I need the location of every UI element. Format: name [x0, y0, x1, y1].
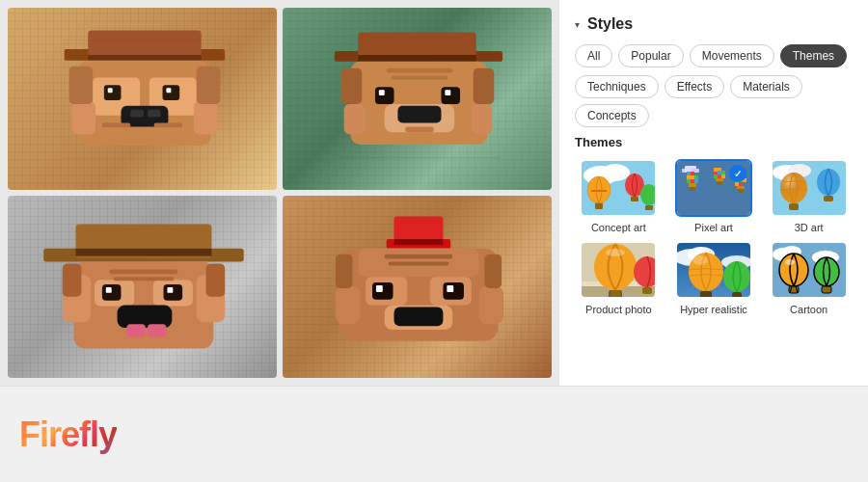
- svg-rect-108: [718, 171, 721, 174]
- svg-rect-69: [447, 285, 453, 292]
- theme-3d-art-label: 3D art: [795, 222, 824, 233]
- svg-rect-56: [206, 264, 226, 297]
- theme-product-photo-thumb: [580, 241, 657, 299]
- svg-point-129: [817, 169, 840, 196]
- image-grid: [0, 0, 559, 386]
- svg-rect-18: [197, 67, 220, 104]
- svg-rect-33: [344, 104, 366, 134]
- svg-rect-66: [372, 282, 393, 300]
- svg-rect-94: [687, 175, 691, 179]
- svg-rect-68: [376, 285, 383, 292]
- svg-rect-55: [63, 264, 82, 297]
- theme-concept-art-label: Concept art: [591, 222, 646, 233]
- filter-themes[interactable]: Themes: [780, 44, 847, 67]
- theme-hyper-realistic-thumb: [675, 241, 752, 299]
- svg-rect-34: [472, 104, 493, 134]
- svg-rect-26: [375, 87, 394, 104]
- svg-rect-54: [114, 277, 175, 281]
- svg-rect-74: [336, 254, 353, 288]
- svg-rect-48: [106, 287, 112, 293]
- filter-all[interactable]: All: [575, 44, 612, 67]
- theme-product-photo[interactable]: Product photo: [575, 241, 663, 315]
- svg-rect-15: [72, 101, 95, 134]
- svg-point-148: [723, 261, 750, 292]
- svg-rect-47: [164, 284, 183, 301]
- svg-rect-9: [166, 88, 171, 93]
- theme-3d-art[interactable]: 3D art: [765, 159, 853, 233]
- styles-panel: ▾ Styles All Popular Movements Themes Te…: [559, 0, 868, 386]
- svg-rect-24: [387, 68, 453, 73]
- svg-rect-103: [690, 187, 695, 191]
- svg-rect-112: [716, 178, 723, 181]
- svg-rect-106: [714, 168, 718, 172]
- bottom-bar: Firefly: [0, 386, 868, 482]
- svg-rect-107: [721, 171, 725, 174]
- svg-rect-149: [732, 292, 742, 299]
- svg-rect-27: [441, 87, 460, 104]
- svg-rect-13: [102, 122, 130, 127]
- filter-movements[interactable]: Movements: [690, 44, 774, 67]
- svg-rect-97: [694, 175, 698, 179]
- generated-image-2: [283, 8, 552, 190]
- filter-row-2: Techniques Effects Materials Concepts: [575, 75, 853, 127]
- svg-rect-122: [738, 189, 744, 193]
- firefly-logo: Firefly: [19, 415, 117, 455]
- svg-rect-36: [474, 68, 495, 104]
- selected-check-icon: ✓: [729, 165, 746, 182]
- svg-rect-100: [691, 179, 694, 183]
- svg-rect-11: [130, 110, 144, 118]
- svg-rect-147: [700, 291, 712, 299]
- svg-rect-73: [479, 286, 503, 324]
- svg-rect-119: [735, 182, 739, 186]
- theme-cartoon-thumb: [771, 241, 848, 299]
- theme-pixel-art-label: Pixel art: [694, 222, 733, 233]
- svg-rect-75: [484, 254, 502, 288]
- styles-header: ▾ Styles: [575, 15, 853, 33]
- theme-cartoon[interactable]: Cartoon: [765, 241, 853, 315]
- svg-rect-7: [163, 85, 180, 100]
- filter-concepts[interactable]: Concepts: [575, 104, 649, 127]
- svg-point-146: [692, 255, 708, 265]
- svg-rect-89: [645, 205, 653, 210]
- svg-rect-49: [167, 287, 173, 293]
- filter-popular[interactable]: Popular: [618, 44, 683, 67]
- svg-rect-87: [631, 197, 638, 201]
- generated-image-1: [8, 8, 277, 190]
- svg-rect-102: [689, 183, 696, 187]
- svg-rect-40: [75, 249, 211, 256]
- styles-chevron-icon: ▾: [575, 19, 580, 30]
- svg-rect-110: [718, 174, 721, 178]
- svg-rect-81: [591, 190, 607, 192]
- svg-rect-96: [687, 172, 691, 175]
- filter-effects[interactable]: Effects: [665, 75, 724, 98]
- svg-rect-32: [405, 126, 433, 132]
- svg-rect-113: [717, 181, 722, 185]
- filter-techniques[interactable]: Techniques: [575, 75, 659, 98]
- svg-rect-22: [358, 55, 475, 62]
- theme-concept-art[interactable]: Concept art: [575, 159, 663, 233]
- svg-rect-140: [642, 287, 652, 294]
- svg-rect-72: [336, 286, 360, 324]
- svg-rect-59: [394, 239, 444, 245]
- generated-image-3: [8, 196, 277, 378]
- theme-hyper-realistic[interactable]: Hyper realistic: [670, 241, 758, 315]
- svg-rect-109: [714, 174, 718, 178]
- svg-rect-31: [397, 106, 441, 123]
- svg-point-159: [814, 257, 839, 286]
- svg-rect-62: [385, 254, 452, 259]
- theme-product-photo-label: Product photo: [585, 304, 652, 315]
- svg-rect-120: [739, 182, 743, 186]
- svg-rect-95: [691, 172, 694, 175]
- svg-rect-25: [392, 76, 448, 80]
- theme-pixel-art[interactable]: ✓ Pixel art: [670, 159, 758, 233]
- svg-rect-28: [379, 90, 385, 95]
- svg-rect-12: [148, 110, 161, 118]
- svg-rect-71: [394, 308, 444, 327]
- generated-image-4: [283, 196, 552, 378]
- filter-row-1: All Popular Movements Themes: [575, 44, 853, 67]
- filter-materials[interactable]: Materials: [730, 75, 802, 98]
- svg-point-135: [606, 249, 625, 256]
- svg-point-154: [779, 254, 808, 286]
- svg-point-155: [785, 259, 795, 265]
- svg-rect-16: [194, 101, 217, 134]
